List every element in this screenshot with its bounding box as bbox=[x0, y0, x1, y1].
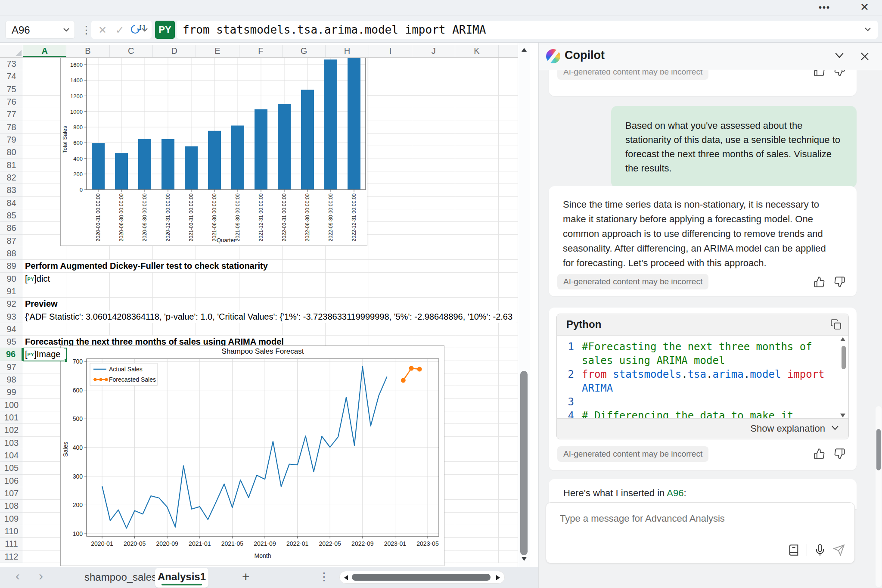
cell-reference-link[interactable]: A96 bbox=[667, 488, 683, 498]
formula-bar-options-icon[interactable]: ⋮ bbox=[81, 24, 92, 36]
close-panel-icon[interactable] bbox=[860, 51, 870, 62]
collapse-panel-chevron-icon[interactable] bbox=[834, 51, 845, 60]
column-header-F[interactable]: F bbox=[239, 45, 283, 57]
row-header-89[interactable]: 89 bbox=[0, 260, 23, 272]
formula-input[interactable]: from statsmodels.tsa.arima.model import … bbox=[177, 21, 878, 39]
column-header-H[interactable]: H bbox=[326, 45, 369, 57]
row-header-84[interactable]: 84 bbox=[0, 197, 23, 209]
row-header-85[interactable]: 85 bbox=[0, 209, 23, 222]
select-all-corner[interactable] bbox=[0, 45, 23, 58]
row-header-102[interactable]: 102 bbox=[0, 424, 23, 436]
thumbs-up-icon[interactable] bbox=[814, 276, 825, 288]
thumbs-down-icon[interactable] bbox=[834, 448, 845, 460]
row-header-111[interactable]: 111 bbox=[0, 538, 23, 550]
row-header-104[interactable]: 104 bbox=[0, 449, 23, 462]
row-header-95[interactable]: 95 bbox=[0, 336, 23, 348]
add-sheet-button[interactable]: + bbox=[242, 569, 250, 584]
row-header-87[interactable]: 87 bbox=[0, 235, 23, 247]
show-explanation-button[interactable]: Show explanation bbox=[750, 423, 825, 434]
cell-A89[interactable]: Perform Augmented Dickey-Fuller test to … bbox=[24, 260, 271, 272]
column-header-D[interactable]: D bbox=[153, 45, 196, 57]
column-header-C[interactable]: C bbox=[110, 45, 153, 57]
quarterly-sales-bar-chart[interactable]: 020040060080010001200140016002020-03-31 … bbox=[60, 58, 367, 246]
code-scroll-down-icon[interactable] bbox=[840, 414, 845, 417]
row-header-73[interactable]: 73 bbox=[0, 58, 23, 70]
thumbs-up-icon[interactable] bbox=[814, 448, 825, 460]
cell-A96[interactable]: [PY]Image bbox=[24, 348, 64, 361]
grid-vertical-scrollbar[interactable] bbox=[518, 43, 530, 567]
column-header-J[interactable]: J bbox=[412, 45, 455, 57]
next-sheet-button[interactable]: › bbox=[39, 569, 43, 583]
fill-handle[interactable] bbox=[64, 359, 68, 362]
column-header-B[interactable]: B bbox=[66, 45, 109, 57]
row-header-96[interactable]: 96 bbox=[0, 348, 23, 361]
scroll-up-arrow-icon[interactable] bbox=[522, 48, 527, 52]
microphone-icon[interactable] bbox=[814, 544, 826, 556]
row-header-78[interactable]: 78 bbox=[0, 121, 23, 134]
copy-code-icon[interactable] bbox=[830, 319, 842, 330]
thumbs-down-icon[interactable] bbox=[834, 70, 845, 77]
panel-scrollbar-thumb[interactable] bbox=[876, 429, 881, 470]
row-header-94[interactable]: 94 bbox=[0, 323, 23, 336]
code-scroll-up-icon[interactable] bbox=[840, 337, 845, 341]
horizontal-scrollbar-thumb[interactable] bbox=[352, 574, 491, 581]
copilot-message-input[interactable]: Type a message for Advanced Analysis bbox=[546, 502, 855, 563]
row-header-98[interactable]: 98 bbox=[0, 373, 23, 386]
prompt-library-icon[interactable] bbox=[788, 544, 800, 556]
cell-A90[interactable]: [PY]dict bbox=[24, 273, 53, 285]
enter-icon[interactable]: ✓ bbox=[115, 24, 124, 36]
row-header-79[interactable]: 79 bbox=[0, 134, 23, 146]
row-header-82[interactable]: 82 bbox=[0, 171, 23, 184]
column-header-I[interactable]: I bbox=[369, 45, 412, 57]
cell-name-box[interactable]: A96 bbox=[5, 21, 75, 39]
sheet-tab-analysis1[interactable]: Analysis1 bbox=[155, 568, 208, 588]
row-header-109[interactable]: 109 bbox=[0, 513, 23, 525]
chevron-down-icon[interactable] bbox=[62, 27, 70, 33]
sheet-tab-shampoo-sales[interactable]: shampoo_sales bbox=[84, 571, 157, 583]
column-header-A[interactable]: A bbox=[23, 45, 66, 57]
thumbs-up-icon[interactable] bbox=[814, 70, 825, 77]
row-header-88[interactable]: 88 bbox=[0, 247, 23, 260]
row-header-112[interactable]: 112 bbox=[0, 551, 23, 563]
code-scrollbar-thumb[interactable] bbox=[842, 346, 846, 369]
cell-A93[interactable]: {'ADF Statistic': 3.06014208364118, 'p-v… bbox=[24, 311, 516, 323]
chevron-down-icon[interactable] bbox=[830, 425, 840, 432]
row-header-83[interactable]: 83 bbox=[0, 184, 23, 196]
row-header-76[interactable]: 76 bbox=[0, 96, 23, 108]
row-header-105[interactable]: 105 bbox=[0, 462, 23, 474]
formula-expand-chevron-icon[interactable] bbox=[864, 26, 872, 32]
scroll-right-arrow-icon[interactable] bbox=[496, 575, 500, 580]
grid-horizontal-scrollbar[interactable] bbox=[339, 571, 505, 584]
row-header-93[interactable]: 93 bbox=[0, 311, 23, 323]
row-header-92[interactable]: 92 bbox=[0, 298, 23, 310]
row-header-81[interactable]: 81 bbox=[0, 159, 23, 171]
row-header-77[interactable]: 77 bbox=[0, 108, 23, 121]
scroll-left-arrow-icon[interactable] bbox=[344, 575, 348, 580]
row-header-80[interactable]: 80 bbox=[0, 146, 23, 159]
more-options-icon[interactable]: ••• bbox=[819, 3, 830, 12]
row-header-86[interactable]: 86 bbox=[0, 222, 23, 234]
cell-A92[interactable]: Preview bbox=[24, 298, 61, 310]
prev-sheet-button[interactable]: ‹ bbox=[16, 569, 20, 583]
vertical-scrollbar-thumb[interactable] bbox=[520, 371, 528, 555]
sales-forecast-line-chart[interactable]: 1002003004005006007002020-012020-052020-… bbox=[60, 345, 444, 566]
row-header-108[interactable]: 108 bbox=[0, 500, 23, 512]
row-header-101[interactable]: 101 bbox=[0, 411, 23, 424]
thumbs-down-icon[interactable] bbox=[834, 276, 845, 288]
row-header-110[interactable]: 110 bbox=[0, 525, 23, 538]
row-header-99[interactable]: 99 bbox=[0, 386, 23, 398]
row-header-91[interactable]: 91 bbox=[0, 285, 23, 298]
chevron-down-icon[interactable] bbox=[141, 27, 148, 32]
column-header-E[interactable]: E bbox=[196, 45, 239, 57]
row-header-100[interactable]: 100 bbox=[0, 399, 23, 411]
sheet-list-menu-icon[interactable]: ⋮ bbox=[319, 570, 329, 583]
row-header-90[interactable]: 90 bbox=[0, 273, 23, 285]
column-header-L[interactable]: L bbox=[499, 45, 518, 57]
row-header-97[interactable]: 97 bbox=[0, 361, 23, 373]
column-header-G[interactable]: G bbox=[283, 45, 326, 57]
row-header-103[interactable]: 103 bbox=[0, 437, 23, 449]
scroll-down-arrow-icon[interactable] bbox=[522, 557, 527, 561]
row-header-107[interactable]: 107 bbox=[0, 487, 23, 500]
row-header-75[interactable]: 75 bbox=[0, 83, 23, 96]
window-close-icon[interactable]: ✕ bbox=[860, 1, 869, 13]
